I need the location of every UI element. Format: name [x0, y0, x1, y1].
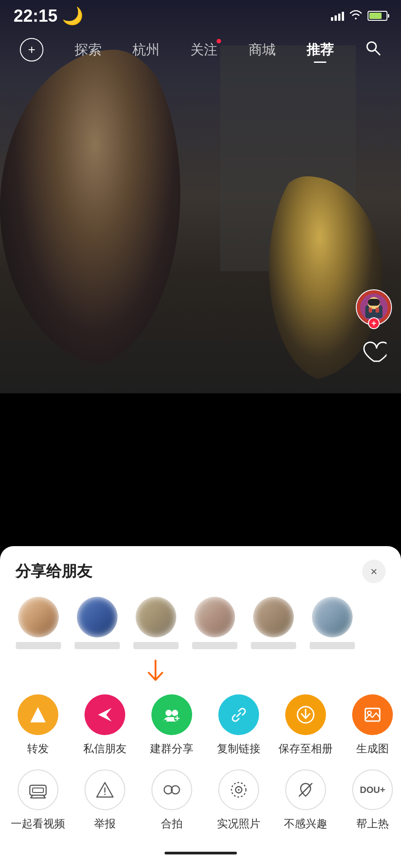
svg-line-1	[375, 50, 380, 55]
author-avatar-container[interactable]: +	[356, 289, 392, 326]
nav-label-recommend: 推荐	[307, 42, 334, 57]
svg-rect-21	[33, 788, 43, 793]
friends-section	[0, 592, 401, 685]
svg-point-28	[238, 789, 240, 791]
nav-label-explore: 探索	[75, 42, 102, 57]
copy-link-label: 复制链接	[217, 741, 260, 756]
dm-circle	[85, 694, 125, 735]
dou-plus-text: DOU+	[360, 785, 385, 795]
live-photo-circle	[218, 769, 259, 810]
status-icons	[331, 9, 387, 22]
nav-bar: + 探索 杭州 关注 商城 推荐	[0, 32, 401, 68]
action-collab[interactable]: 合拍	[138, 765, 205, 835]
sheet-header: 分享给朋友 ×	[0, 546, 401, 592]
arrow-indicator	[142, 658, 169, 685]
nav-item-mall[interactable]: 商城	[249, 39, 276, 61]
friends-row	[0, 592, 401, 658]
friend-item-3[interactable]	[127, 597, 185, 649]
action-grid-row1: 转发 私信朋友	[0, 685, 401, 765]
battery-icon	[368, 11, 387, 21]
follow-notification-dot	[217, 39, 221, 43]
watch-together-label: 一起看视频	[11, 816, 65, 831]
nav-item-follow[interactable]: 关注	[190, 39, 217, 61]
friend-name-2	[75, 642, 120, 649]
signal-bar-4	[342, 12, 344, 21]
friend-avatar-4	[194, 597, 235, 637]
close-icon: ×	[370, 565, 377, 579]
action-dm[interactable]: 私信朋友	[71, 690, 138, 760]
friend-item-1[interactable]	[9, 597, 68, 649]
friend-avatar-5	[253, 597, 294, 637]
friend-item-2[interactable]	[68, 597, 127, 649]
svg-point-23	[104, 794, 106, 795]
right-sidebar: +	[356, 289, 392, 368]
repost-label: 转发	[27, 741, 49, 756]
action-not-interested[interactable]: 不感兴趣	[272, 765, 339, 835]
nav-item-explore[interactable]: 探索	[75, 39, 102, 61]
bottom-home-indicator	[165, 852, 237, 854]
like-button[interactable]	[358, 336, 390, 368]
dou-plus-circle: DOU+	[352, 769, 393, 810]
generate-label: 生成图	[356, 741, 389, 756]
signal-bars-icon	[331, 11, 344, 21]
sheet-title: 分享给朋友	[15, 561, 92, 582]
friend-name-5	[251, 642, 296, 649]
repost-circle	[18, 694, 58, 735]
save-circle	[285, 694, 326, 735]
group-label: 建群分享	[150, 741, 193, 756]
group-circle	[151, 694, 192, 735]
action-report[interactable]: 举报	[71, 765, 138, 835]
action-watch-together[interactable]: 一起看视频	[5, 765, 71, 835]
friend-item-4[interactable]	[185, 597, 244, 649]
action-copy-link[interactable]: 复制链接	[205, 690, 272, 760]
friend-avatar-2	[77, 597, 118, 637]
generate-circle	[352, 694, 393, 735]
action-group[interactable]: 建群分享	[138, 690, 205, 760]
nav-item-hangzhou[interactable]: 杭州	[132, 39, 160, 61]
search-button[interactable]	[365, 40, 381, 60]
add-button[interactable]: +	[20, 38, 43, 61]
person-left	[0, 50, 190, 366]
signal-bar-1	[331, 17, 333, 21]
status-bar: 22:15 🌙	[0, 0, 401, 32]
live-photo-label: 实况照片	[217, 816, 260, 831]
friend-name-6	[310, 642, 355, 649]
nav-label-hangzhou: 杭州	[132, 42, 160, 57]
plus-icon: +	[28, 42, 35, 57]
friend-avatar-1	[18, 597, 59, 637]
follow-plus-button[interactable]: +	[368, 317, 380, 329]
watch-together-circle	[18, 769, 58, 810]
wifi-icon	[349, 9, 362, 22]
svg-rect-6	[368, 299, 380, 306]
moon-icon: 🌙	[62, 6, 83, 26]
svg-rect-7	[369, 307, 373, 312]
nav-item-recommend[interactable]: 推荐	[307, 39, 334, 61]
signal-bar-2	[335, 15, 337, 21]
action-dou-plus[interactable]: DOU+ 帮上热	[339, 765, 401, 835]
action-generate[interactable]: 生成图	[339, 690, 401, 760]
friend-item-6[interactable]	[303, 597, 362, 649]
collab-circle	[151, 769, 192, 810]
action-repost[interactable]: 转发	[5, 690, 71, 760]
close-sheet-button[interactable]: ×	[362, 560, 386, 583]
not-interested-circle	[285, 769, 326, 810]
report-label: 举报	[94, 816, 116, 831]
friend-item-5[interactable]	[244, 597, 303, 649]
time-display: 22:15	[14, 6, 57, 26]
friend-name-4	[192, 642, 237, 649]
svg-rect-8	[376, 307, 379, 312]
friend-name-3	[133, 642, 179, 649]
action-save[interactable]: 保存至相册	[272, 690, 339, 760]
report-circle	[85, 769, 125, 810]
svg-point-11	[165, 710, 172, 716]
dou-plus-label: 帮上热	[356, 816, 389, 831]
friend-avatar-6	[312, 597, 353, 637]
signal-bar-3	[338, 14, 340, 21]
save-label: 保存至相册	[278, 741, 333, 756]
nav-label-follow: 关注	[190, 42, 217, 57]
action-live-photo[interactable]: 实况照片	[205, 765, 272, 835]
copy-link-circle	[218, 694, 259, 735]
not-interested-label: 不感兴趣	[284, 816, 327, 831]
svg-marker-10	[30, 707, 46, 722]
share-bottom-sheet: 分享给朋友 ×	[0, 546, 401, 868]
